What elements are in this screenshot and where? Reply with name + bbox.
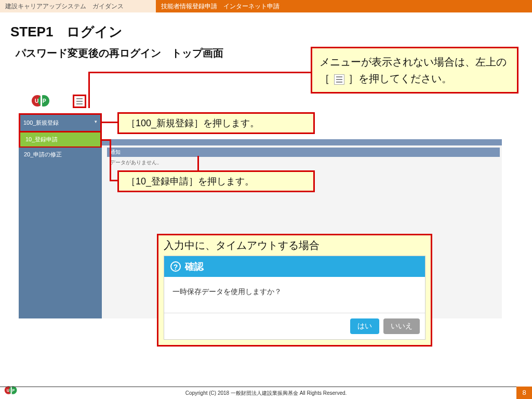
hamburger-icon bbox=[334, 74, 344, 85]
modal-header-text: 確認 bbox=[185, 260, 204, 273]
connector-line bbox=[110, 180, 119, 181]
sidebar-item-20-edit[interactable]: 20_申請の修正 bbox=[19, 148, 102, 162]
callout-menu-hint-after: ］を押してください。 bbox=[348, 73, 452, 84]
timeout-title: 入力中に、タイムアウトする場合 bbox=[164, 238, 425, 252]
doc-header-right: 技能者情報登録申請 インターネット申請 bbox=[156, 0, 532, 12]
callout-menu-hint: メニューが表示されない場合は、左上の［ ］を押してください。 bbox=[311, 47, 518, 94]
question-icon: ? bbox=[170, 261, 181, 272]
connector-line bbox=[197, 156, 199, 171]
yes-button[interactable]: はい bbox=[350, 318, 379, 334]
notice-bar: 通知 bbox=[107, 148, 500, 157]
svg-text:U: U bbox=[35, 98, 38, 104]
step-title: STEP1 ログイン bbox=[10, 23, 532, 41]
footer-copyright: Copyright (C) 2018 一般財団法人建設業振興基金 All Rig… bbox=[0, 387, 532, 399]
modal-body: 一時保存データを使用しますか？ bbox=[164, 277, 425, 313]
sidebar-menu-10: 10_登録申請 bbox=[19, 131, 102, 148]
connector-line bbox=[102, 122, 117, 123]
page-number: 8 bbox=[516, 387, 532, 399]
doc-header-left: 建設キャリアアップシステム ガイダンス bbox=[0, 0, 156, 12]
svg-rect-2 bbox=[41, 95, 42, 107]
timeout-callout: 入力中に、タイムアウトする場合 ? 確認 一時保存データを使用しますか？ はい … bbox=[157, 234, 432, 347]
connector-line bbox=[88, 72, 311, 73]
notice-empty-text: データがありません。 bbox=[110, 159, 162, 166]
callout-press-100: ［100_新規登録］を押します。 bbox=[117, 112, 315, 134]
doc-header: 建設キャリアアップシステム ガイダンス 技能者情報登録申請 インターネット申請 bbox=[0, 0, 532, 12]
sidebar-item-10-apply[interactable]: 10_登録申請 bbox=[20, 132, 100, 147]
callout-press-10: ［10_登録申請］を押します。 bbox=[117, 170, 315, 192]
no-button[interactable]: いいえ bbox=[383, 318, 420, 334]
confirm-modal: ? 確認 一時保存データを使用しますか？ はい いいえ bbox=[164, 256, 425, 340]
hamburger-button[interactable] bbox=[73, 95, 86, 108]
svg-text:P: P bbox=[43, 98, 46, 104]
app-logo: U P bbox=[31, 94, 52, 108]
main-banner bbox=[102, 139, 502, 145]
modal-footer: はい いいえ bbox=[164, 313, 425, 339]
sidebar-menu-100: 100_新規登録 bbox=[19, 113, 102, 132]
sidebar-item-100-new[interactable]: 100_新規登録 bbox=[20, 115, 100, 131]
connector-line bbox=[110, 139, 111, 180]
modal-header: ? 確認 bbox=[164, 256, 425, 277]
